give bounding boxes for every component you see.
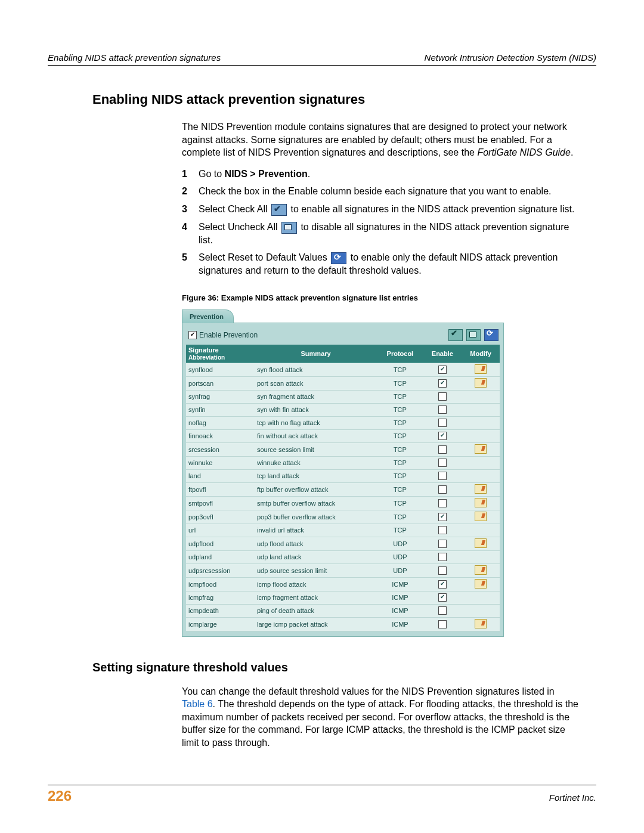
- col-modify: Modify: [462, 345, 500, 363]
- figure-caption: Figure 36: Example NIDS attack preventio…: [182, 293, 578, 302]
- steps-list: 1Go to NIDS > Prevention.2Check the box …: [182, 168, 578, 277]
- tab-prevention[interactable]: Prevention: [182, 309, 234, 323]
- table-row: synfloodsyn flood attackTCP: [186, 363, 500, 376]
- enable-prevention-checkbox[interactable]: [188, 331, 197, 339]
- enable-checkbox[interactable]: [438, 526, 447, 534]
- enable-checkbox[interactable]: [438, 459, 447, 467]
- col-enable: Enable: [423, 345, 462, 363]
- enable-checkbox[interactable]: [438, 553, 447, 561]
- enable-checkbox[interactable]: [438, 566, 447, 575]
- step-item: 3Select Check All to enable all signatur…: [182, 203, 578, 216]
- header-left: Enabling NIDS attack prevention signatur…: [48, 52, 221, 63]
- uncheck-icon: [281, 222, 297, 234]
- step-item: 4Select Uncheck All to disable all signa…: [182, 221, 578, 246]
- modify-icon[interactable]: [475, 565, 487, 575]
- enable-checkbox[interactable]: [438, 499, 447, 507]
- enable-checkbox[interactable]: [438, 405, 447, 414]
- enable-checkbox[interactable]: [438, 620, 447, 628]
- modify-icon[interactable]: [475, 579, 487, 589]
- table-row: udplandudp land attackUDP: [186, 550, 500, 563]
- table-row: srcsessionsource session limitTCP: [186, 442, 500, 456]
- modify-icon[interactable]: [475, 538, 487, 548]
- modify-icon[interactable]: [475, 498, 487, 507]
- running-header: Enabling NIDS attack prevention signatur…: [48, 52, 596, 66]
- col-summary: Summary: [255, 345, 377, 363]
- table-row: icmplargelarge icmp packet attackICMP: [186, 617, 500, 631]
- modify-icon[interactable]: [475, 619, 487, 628]
- enable-checkbox[interactable]: [438, 606, 447, 615]
- enable-checkbox[interactable]: [438, 580, 447, 589]
- footer: 226 Fortinet Inc.: [48, 785, 596, 804]
- reset-icon: [331, 252, 346, 264]
- modify-icon[interactable]: [475, 512, 487, 521]
- enable-checkbox[interactable]: [438, 419, 447, 427]
- enable-checkbox[interactable]: [438, 379, 447, 388]
- table-row: finnoackfin without ack attackTCP: [186, 429, 500, 442]
- header-right: Network Intrusion Detection System (NIDS…: [425, 52, 596, 63]
- table-row: noflagtcp with no flag attackTCP: [186, 416, 500, 429]
- section-title-2: Setting signature threshold values: [92, 661, 596, 674]
- table-row: pop3ovflpop3 buffer overflow attackTCP: [186, 510, 500, 524]
- page-number: 226: [48, 788, 72, 804]
- threshold-paragraph: You can change the default threshold val…: [182, 685, 578, 750]
- table-row: icmpfloodicmp flood attackICMP: [186, 577, 500, 591]
- enable-checkbox[interactable]: [438, 540, 447, 548]
- enable-checkbox[interactable]: [438, 485, 447, 494]
- signature-table: SignatureAbbreviation Summary Protocol E…: [186, 345, 500, 631]
- table-row: urlinvalid url attackTCP: [186, 524, 500, 537]
- table-6-link[interactable]: Table 6: [182, 699, 213, 709]
- enable-checkbox[interactable]: [438, 392, 447, 401]
- modify-icon[interactable]: [475, 484, 487, 494]
- enable-checkbox[interactable]: [438, 366, 447, 374]
- step-item: 2Check the box in the Enable column besi…: [182, 185, 578, 198]
- enable-checkbox[interactable]: [438, 432, 447, 440]
- modify-icon[interactable]: [475, 378, 487, 388]
- step-item: 5Select Reset to Default Values to enabl…: [182, 251, 578, 277]
- check-all-icon[interactable]: [448, 329, 463, 341]
- col-protocol: Protocol: [377, 345, 423, 363]
- reset-defaults-icon[interactable]: [484, 329, 499, 341]
- step-item: 1Go to NIDS > Prevention.: [182, 168, 578, 181]
- footer-company: Fortinet Inc.: [549, 792, 596, 803]
- enable-checkbox[interactable]: [438, 593, 447, 602]
- table-row: winnukewinnuke attackTCP: [186, 456, 500, 469]
- enable-prevention-label: Enable Prevention: [199, 331, 445, 339]
- section-title-1: Enabling NIDS attack prevention signatur…: [92, 92, 596, 107]
- check-icon: [271, 204, 287, 216]
- fortigate-screenshot: Prevention Enable Prevention SignatureAb…: [182, 309, 504, 636]
- table-row: synfinsyn with fin attackTCP: [186, 403, 500, 416]
- modify-icon[interactable]: [475, 364, 487, 374]
- enable-checkbox[interactable]: [438, 513, 447, 521]
- col-signature: SignatureAbbreviation: [186, 345, 255, 363]
- table-row: smtpovflsmtp buffer overflow attackTCP: [186, 496, 500, 510]
- uncheck-all-icon[interactable]: [466, 329, 481, 341]
- enable-checkbox[interactable]: [438, 445, 447, 454]
- table-row: ftpovflftp buffer overflow attackTCP: [186, 482, 500, 496]
- enable-checkbox[interactable]: [438, 472, 447, 480]
- table-row: icmpdeathping of death attackICMP: [186, 604, 500, 617]
- table-row: udpsrcsessionudp source session limitUDP: [186, 563, 500, 577]
- intro-paragraph: The NIDS Prevention module contains sign…: [182, 120, 578, 159]
- table-row: portscanport scan attackTCP: [186, 376, 500, 390]
- table-row: synfragsyn fragment attackTCP: [186, 390, 500, 403]
- table-row: udpfloodudp flood attackUDP: [186, 537, 500, 550]
- modify-icon[interactable]: [475, 444, 487, 454]
- table-row: icmpfragicmp fragment attackICMP: [186, 591, 500, 604]
- table-row: landtcp land attackTCP: [186, 469, 500, 482]
